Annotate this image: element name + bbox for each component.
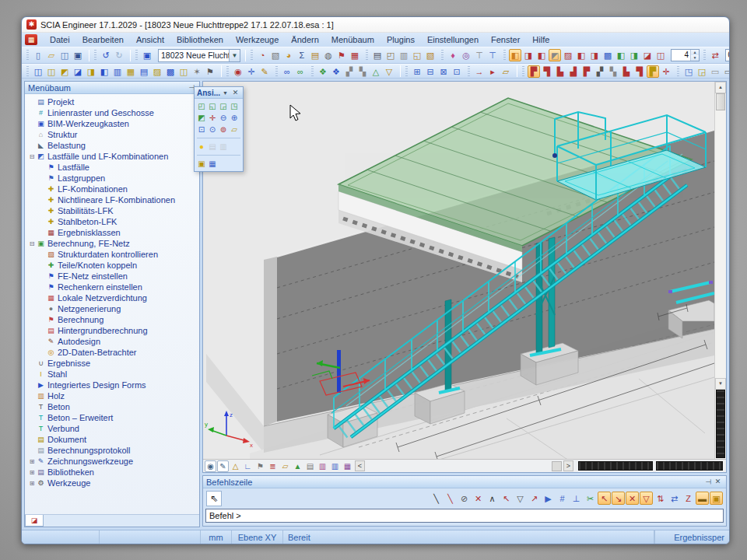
result-scale-spinner[interactable]: 4 ▲▼: [671, 49, 700, 61]
couple-8-icon[interactable]: ▦: [124, 65, 137, 78]
tri-up-icon[interactable]: △: [370, 65, 382, 78]
sidebar-tab-icon[interactable]: ◪: [25, 515, 44, 527]
undo-icon[interactable]: ↺: [100, 49, 112, 61]
tri-down-icon[interactable]: ▽: [383, 65, 395, 78]
snap-cross-icon[interactable]: ✕: [626, 492, 639, 505]
save-all-icon[interactable]: ◫: [58, 49, 71, 61]
tree-item[interactable]: ▤ Berechnungsprotokoll: [26, 445, 199, 456]
dark-scrollbar-1[interactable]: [578, 461, 653, 471]
view-flag-9-icon[interactable]: ◧: [615, 49, 627, 61]
tree-expander[interactable]: ⊟: [28, 153, 36, 160]
snap-z-icon[interactable]: Z: [682, 492, 695, 505]
solid-box-icon[interactable]: ▧: [269, 49, 282, 61]
tree-expander[interactable]: ⊞: [28, 458, 36, 465]
preview-icon[interactable]: ◰: [384, 49, 397, 61]
render-surface-icon[interactable]: ▲: [292, 460, 303, 472]
view-flag-3-icon[interactable]: ◧: [535, 49, 548, 61]
search-icon[interactable]: ◎: [460, 49, 472, 61]
scrollbar-thumb[interactable]: [716, 93, 725, 110]
chevron-down-icon[interactable]: ▼: [220, 88, 230, 98]
tree-item[interactable]: # Linienraster und Geschosse: [26, 107, 199, 118]
snap-box-icon[interactable]: ▣: [710, 492, 723, 505]
couple-4-icon[interactable]: ◪: [72, 65, 84, 78]
snap-line-icon[interactable]: ╲: [430, 492, 443, 505]
project-data-icon[interactable]: ◔: [256, 49, 268, 61]
tree-item[interactable]: ▦ Ergebnisklassen: [26, 227, 199, 238]
axis-cross-icon[interactable]: ✛: [207, 112, 218, 124]
snap-circle-icon[interactable]: ⊘: [458, 492, 471, 505]
eye-icon[interactable]: ◉: [205, 460, 216, 472]
menu-item[interactable]: Bearbeiten: [76, 35, 130, 44]
tree-item[interactable]: ✚ LF-Kombinationen: [26, 184, 199, 194]
chevron-down-icon[interactable]: ▼: [229, 50, 240, 61]
print-icon[interactable]: ▤: [371, 49, 384, 61]
zoom-factor-spinner[interactable]: 0.75 ▲▼: [725, 49, 730, 61]
zoom-in-icon[interactable]: ⊕: [229, 112, 240, 124]
scroll-left-icon[interactable]: <: [355, 460, 365, 471]
trim-icon[interactable]: ✂: [584, 492, 597, 505]
store-view-icon[interactable]: ▱: [229, 124, 240, 135]
status-unit[interactable]: mm: [201, 530, 232, 544]
zoom-all-icon[interactable]: ⊙: [207, 124, 218, 135]
menu-item[interactable]: Menübaum: [325, 35, 381, 44]
view-flag-10-icon[interactable]: ◨: [628, 49, 640, 61]
flag-icon[interactable]: ⚑: [254, 460, 266, 472]
marker-icon[interactable]: ♦: [447, 49, 459, 61]
coin-icon[interactable]: ◕: [282, 49, 295, 61]
calc-flag-icon[interactable]: ⚑: [335, 49, 348, 61]
scroll-up-icon[interactable]: ▲: [715, 82, 726, 93]
scia-logo-icon[interactable]: ▦: [25, 34, 37, 45]
render-mode-icon[interactable]: ▦: [207, 158, 218, 170]
title-bar[interactable]: ✱ SCIA Engineer 17.1.2029 - [18023 Neue …: [22, 17, 729, 33]
command-input[interactable]: [205, 509, 724, 523]
tree-item[interactable]: ▶ Integriertes Design Forms: [26, 380, 199, 390]
sidebar-header[interactable]: Menübaum ⊤: [25, 82, 199, 94]
tree-expander[interactable]: ⊞: [28, 480, 36, 487]
fe-4-icon[interactable]: ▟: [567, 65, 580, 78]
snap-tri-on-icon[interactable]: ▽: [640, 492, 653, 505]
close-icon[interactable]: ✕: [713, 477, 723, 487]
model-wall-endcap[interactable]: [264, 257, 277, 426]
menu-item[interactable]: Datei: [44, 35, 76, 44]
view-flag-4-icon[interactable]: ◩: [549, 49, 561, 61]
tree-item[interactable]: ✚ Stahlbeton-LFK: [26, 216, 199, 227]
tree-item[interactable]: ✎ Autodesign: [26, 336, 199, 347]
snap-edit-icon[interactable]: ↗: [528, 492, 541, 505]
result-3-icon[interactable]: ▭: [709, 65, 721, 78]
tree-item[interactable]: ▧ Strukturdaten kontrollieren: [26, 249, 199, 260]
dark-scrollbar-2[interactable]: [656, 461, 723, 471]
fe-target-icon[interactable]: ✛: [660, 65, 672, 78]
couple-10-icon[interactable]: ▨: [151, 65, 163, 78]
snap-swap-icon[interactable]: ⇄: [668, 492, 681, 505]
snap-se-icon[interactable]: ↘: [612, 492, 625, 505]
grid-view-icon[interactable]: ▦: [342, 460, 353, 472]
tree-item[interactable]: ✚ Teile/Knoten koppeln: [26, 260, 199, 271]
tree-item[interactable]: ▦ Lokale Netzverdichtung: [26, 292, 199, 303]
fe-10-icon[interactable]: ▛: [647, 65, 659, 78]
couple-7-icon[interactable]: ▥: [111, 65, 124, 78]
status-plane[interactable]: Ebene XY: [232, 530, 283, 544]
tree-item[interactable]: ⊞ ▤ Bibliotheken: [26, 467, 199, 478]
view-axo-icon[interactable]: ◰: [196, 100, 207, 112]
load-display-icon[interactable]: ≣: [267, 460, 279, 472]
menu-item[interactable]: Plugins: [381, 35, 421, 44]
view-flag-12-icon[interactable]: ◫: [654, 49, 667, 61]
tree-item[interactable]: T Beton: [26, 401, 199, 412]
snap-line-mid-icon[interactable]: ╲: [444, 492, 457, 505]
tree-item[interactable]: ▤ Projekt: [26, 96, 199, 107]
snap-endpoint-icon[interactable]: ∧: [486, 492, 499, 505]
view-xz-icon[interactable]: ◲: [218, 100, 229, 112]
tree-item[interactable]: ⚑ Lastgruppen: [26, 173, 199, 184]
menu-item[interactable]: Einstellungen: [421, 35, 485, 44]
tree-item[interactable]: ▤ Dokument: [26, 434, 199, 445]
folder-icon[interactable]: ▱: [279, 460, 291, 472]
book-icon[interactable]: ▤: [304, 460, 316, 472]
zoom-selection-icon[interactable]: ⊚: [218, 124, 229, 135]
fe-7-icon[interactable]: ▚: [607, 65, 619, 78]
redo-icon[interactable]: ↻: [113, 49, 125, 61]
viewport-3d-canvas[interactable]: z x y: [203, 82, 714, 459]
menu-item[interactable]: Ansicht: [130, 35, 170, 44]
scroll-right-icon[interactable]: >: [563, 460, 573, 471]
lightbulb-icon[interactable]: ●: [196, 141, 207, 152]
tree-item[interactable]: ⚑ Berechnung: [26, 314, 199, 325]
